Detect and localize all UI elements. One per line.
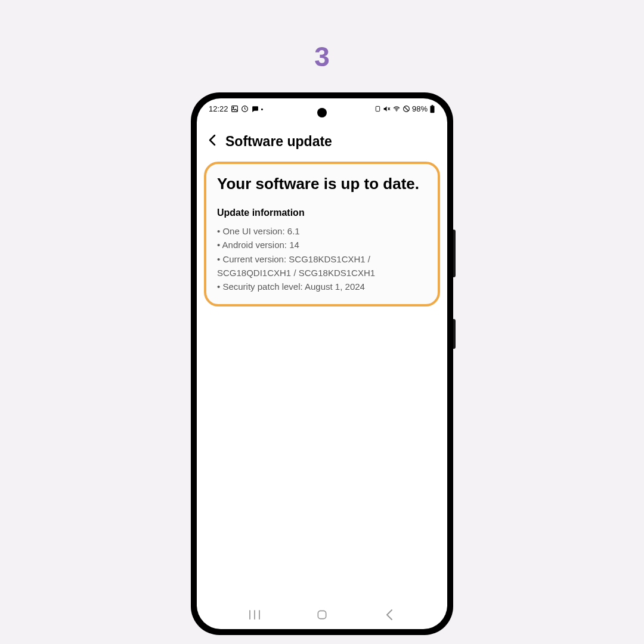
gallery-icon bbox=[231, 105, 239, 113]
no-signal-icon bbox=[402, 105, 410, 113]
svg-rect-7 bbox=[318, 611, 326, 618]
info-item: Android version: 14 bbox=[217, 238, 427, 252]
status-left: 12:22 • bbox=[209, 104, 263, 113]
mute-icon bbox=[383, 105, 391, 113]
wifi-icon bbox=[392, 105, 401, 113]
info-item: One UI version: 6.1 bbox=[217, 224, 427, 238]
more-dot: • bbox=[261, 106, 264, 113]
info-item: Current version: SCG18KDS1CXH1 / SCG18QD… bbox=[217, 252, 427, 280]
battery-percent: 98% bbox=[412, 104, 428, 113]
phone-frame: 12:22 • bbox=[191, 92, 453, 635]
update-info-title: Update information bbox=[217, 208, 427, 218]
status-right: 98% bbox=[374, 104, 435, 113]
svg-rect-5 bbox=[431, 106, 435, 113]
recents-button[interactable] bbox=[247, 608, 262, 622]
page-title: Software update bbox=[225, 134, 332, 150]
page-header: Software update bbox=[197, 116, 447, 162]
step-number: 3 bbox=[314, 41, 330, 73]
back-button[interactable] bbox=[209, 134, 216, 150]
update-info-card: Your software is up to date. Update info… bbox=[204, 162, 440, 306]
clock-icon bbox=[241, 105, 249, 113]
svg-rect-6 bbox=[432, 105, 434, 106]
power-button bbox=[453, 319, 456, 349]
status-time: 12:22 bbox=[209, 104, 228, 113]
svg-point-1 bbox=[233, 107, 234, 109]
update-info-list: One UI version: 6.1 Android version: 14 … bbox=[217, 224, 427, 293]
camera-notch bbox=[317, 108, 327, 117]
volume-button bbox=[453, 230, 456, 277]
phone-screen: 12:22 • bbox=[197, 98, 447, 629]
message-icon bbox=[251, 105, 259, 113]
update-status-text: Your software is up to date. bbox=[217, 174, 427, 194]
home-button[interactable] bbox=[315, 608, 329, 622]
navigation-bar bbox=[197, 608, 447, 622]
battery-icon bbox=[429, 105, 435, 113]
battery-card-icon bbox=[374, 105, 381, 113]
info-item: Security patch level: August 1, 2024 bbox=[217, 280, 427, 293]
svg-rect-3 bbox=[376, 106, 379, 111]
svg-rect-0 bbox=[231, 106, 237, 112]
nav-back-button[interactable] bbox=[382, 608, 397, 622]
